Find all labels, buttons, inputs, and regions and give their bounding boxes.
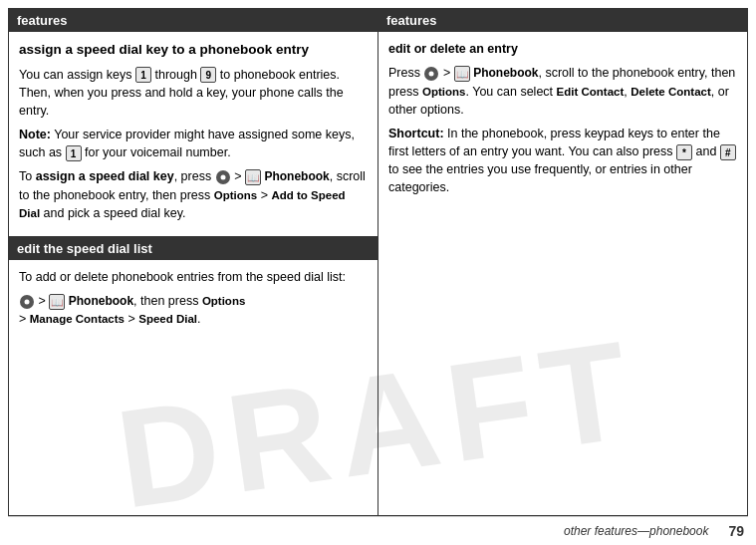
options-text-1: Options: [214, 189, 257, 201]
left-s1-para2: To assign a speed dial key, press > 📖 Ph…: [19, 167, 368, 222]
phonebook-key-icon-3: 📖: [454, 66, 470, 82]
phonebook-key-icon-2: 📖: [49, 294, 65, 310]
add-speed-dial-text: Add to Speed Dial: [19, 189, 346, 219]
left-section-2: edit the speed dial list To add or delet…: [9, 237, 378, 515]
left-section2-body: To add or delete phonebook entries from …: [9, 260, 378, 343]
left-s1-title-text: assign a speed dial key to a phonebook e…: [19, 42, 309, 57]
left-s1-para1: You can assign keys 1 through 9 to phone…: [19, 66, 368, 120]
footer-page-number: 79: [728, 523, 744, 539]
right-subsection-title: edit or delete an entry: [388, 40, 737, 58]
options-text-2: Options: [202, 295, 245, 307]
phonebook-ref-2: Phonebook: [69, 294, 133, 308]
left-column: features assign a speed dial key to a ph…: [8, 8, 378, 516]
edit-contact-text: Edit Contact: [557, 86, 625, 98]
note-label: Note:: [19, 128, 51, 141]
key-1: 1: [135, 67, 151, 83]
edit-delete-title: edit or delete an entry: [388, 42, 518, 56]
left-s1-title: assign a speed dial key to a phonebook e…: [19, 40, 368, 60]
content-area: features assign a speed dial key to a ph…: [0, 0, 756, 516]
right-para1: Press > 📖 Phonebook, scroll to the phone…: [388, 64, 737, 119]
left-s1-note: Note: Your service provider might have a…: [19, 126, 368, 161]
star-key: *: [676, 144, 692, 160]
nav-button-3: [424, 67, 438, 81]
key-9: 9: [200, 67, 216, 83]
left-s2-para2: > 📖 Phonebook, then press Options > Mana…: [19, 292, 368, 329]
phonebook-ref-3: Phonebook: [473, 66, 538, 80]
delete-contact-text: Delete Contact: [630, 86, 711, 98]
phonebook-ref-1: Phonebook: [264, 169, 329, 183]
nav-button-2: [20, 295, 34, 309]
assign-bold: assign a speed dial key: [36, 169, 174, 183]
hash-key: #: [720, 144, 736, 160]
left-section1-header: features: [9, 9, 378, 32]
right-section-body: edit or delete an entry Press > 📖 Phoneb…: [378, 32, 747, 515]
footer: other features—phonebook 79: [0, 517, 756, 545]
manage-contacts-text: Manage Contacts: [30, 313, 125, 325]
right-shortcut: Shortcut: In the phonebook, press keypad…: [388, 125, 737, 197]
shortcut-label: Shortcut:: [388, 127, 444, 140]
options-text-3: Options: [422, 86, 465, 98]
left-section1-body: assign a speed dial key to a phonebook e…: [9, 32, 378, 236]
key-1b: 1: [66, 145, 82, 161]
footer-text: other features—phonebook: [564, 524, 708, 538]
right-section-header: features: [378, 9, 747, 32]
speed-dial-text: Speed Dial: [138, 313, 197, 325]
nav-button-1: [216, 170, 230, 184]
page-container: DRAFT features assign a speed dial key t…: [0, 0, 756, 545]
left-s2-para1: To add or delete phonebook entries from …: [19, 268, 368, 286]
right-column: features edit or delete an entry Press >…: [378, 8, 748, 516]
phonebook-key-icon: 📖: [245, 169, 261, 185]
left-section2-header: edit the speed dial list: [9, 237, 378, 260]
left-section-1: features assign a speed dial key to a ph…: [9, 9, 378, 237]
